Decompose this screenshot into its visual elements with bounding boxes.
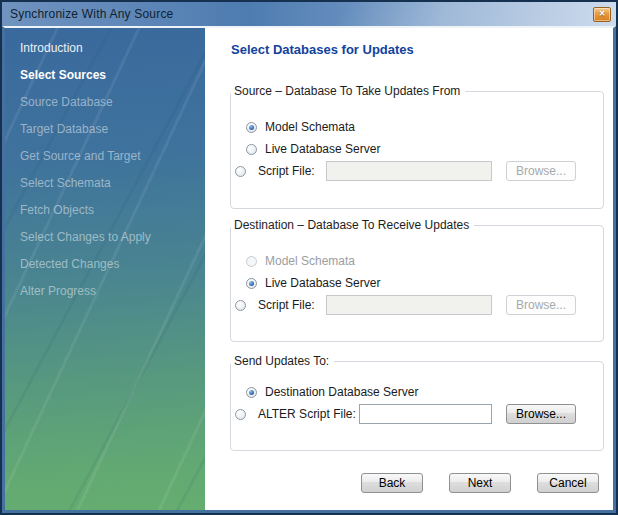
- radio-label: Script File:: [258, 298, 326, 312]
- radio-destination-database-server[interactable]: [246, 387, 257, 398]
- close-button[interactable]: ✕: [593, 7, 611, 22]
- sidebar-item-alter-progress: Alter Progress: [5, 277, 205, 304]
- group-source: Source – Database To Take Updates From M…: [230, 91, 604, 209]
- destination-script-file-input: [326, 295, 492, 315]
- cancel-button[interactable]: Cancel: [537, 473, 599, 493]
- option-row-live-database-server: Live Database Server: [231, 138, 603, 160]
- sidebar-item-fetch-objects: Fetch Objects: [5, 196, 205, 223]
- alter-script-file-input[interactable]: [359, 404, 492, 424]
- radio-source-live-database-server[interactable]: [246, 144, 257, 155]
- radio-alter-script-file[interactable]: [235, 409, 246, 420]
- option-row-script-file: Script File: Browse...: [231, 294, 603, 316]
- sidebar-item-target-database: Target Database: [5, 115, 205, 142]
- radio-label: Destination Database Server: [265, 385, 418, 399]
- radio-label: Model Schemata: [265, 120, 355, 134]
- radio-source-script-file[interactable]: [235, 166, 246, 177]
- sidebar-item-source-database: Source Database: [5, 88, 205, 115]
- group-source-title: Source – Database To Take Updates From: [231, 84, 465, 98]
- group-destination-title: Destination – Database To Receive Update…: [231, 218, 474, 232]
- sidebar-item-select-sources: Select Sources: [5, 61, 205, 88]
- back-button[interactable]: Back: [361, 473, 423, 493]
- option-row-destination-database-server: Destination Database Server: [231, 381, 603, 403]
- sidebar-item-introduction: Introduction: [5, 34, 205, 61]
- radio-label: Script File:: [258, 164, 326, 178]
- option-row-script-file: Script File: Browse...: [231, 160, 603, 182]
- group-send-updates-title: Send Updates To:: [231, 354, 334, 368]
- sidebar-item-detected-changes: Detected Changes: [5, 250, 205, 277]
- radio-label: ALTER Script File:: [258, 407, 359, 421]
- group-destination: Destination – Database To Receive Update…: [230, 225, 604, 342]
- radio-label: Live Database Server: [265, 142, 380, 156]
- window-title: Synchronize With Any Source: [10, 7, 173, 21]
- group-send-updates-to: Send Updates To: Destination Database Se…: [230, 361, 604, 451]
- sidebar-item-select-changes-to-apply: Select Changes to Apply: [5, 223, 205, 250]
- source-browse-button: Browse...: [506, 161, 576, 181]
- source-script-file-input: [326, 161, 492, 181]
- option-row-model-schemata: Model Schemata: [231, 116, 603, 138]
- wizard-window: Synchronize With Any Source ✕ Introducti…: [0, 0, 618, 515]
- titlebar: Synchronize With Any Source ✕: [2, 2, 616, 26]
- wizard-steps-sidebar: Introduction Select Sources Source Datab…: [5, 28, 205, 510]
- radio-label: Model Schemata: [265, 254, 355, 268]
- next-button[interactable]: Next: [449, 473, 511, 493]
- radio-source-model-schemata[interactable]: [246, 122, 257, 133]
- sidebar-item-select-schemata: Select Schemata: [5, 169, 205, 196]
- wizard-footer: Back Next Cancel: [361, 473, 599, 493]
- radio-label: Live Database Server: [265, 276, 380, 290]
- radio-destination-model-schemata: [246, 256, 257, 267]
- destination-browse-button: Browse...: [506, 295, 576, 315]
- option-row-model-schemata: Model Schemata: [231, 250, 603, 272]
- close-icon: ✕: [599, 10, 606, 18]
- radio-destination-live-database-server[interactable]: [246, 278, 257, 289]
- main-panel: Select Databases for Updates Source – Da…: [205, 28, 613, 510]
- sidebar-item-get-source-and-target: Get Source and Target: [5, 142, 205, 169]
- option-row-live-database-server: Live Database Server: [231, 272, 603, 294]
- page-title: Select Databases for Updates: [231, 42, 613, 57]
- window-body: Introduction Select Sources Source Datab…: [2, 26, 616, 513]
- alter-browse-button[interactable]: Browse...: [506, 404, 576, 424]
- option-row-alter-script-file: ALTER Script File: Browse...: [231, 403, 603, 425]
- radio-destination-script-file[interactable]: [235, 300, 246, 311]
